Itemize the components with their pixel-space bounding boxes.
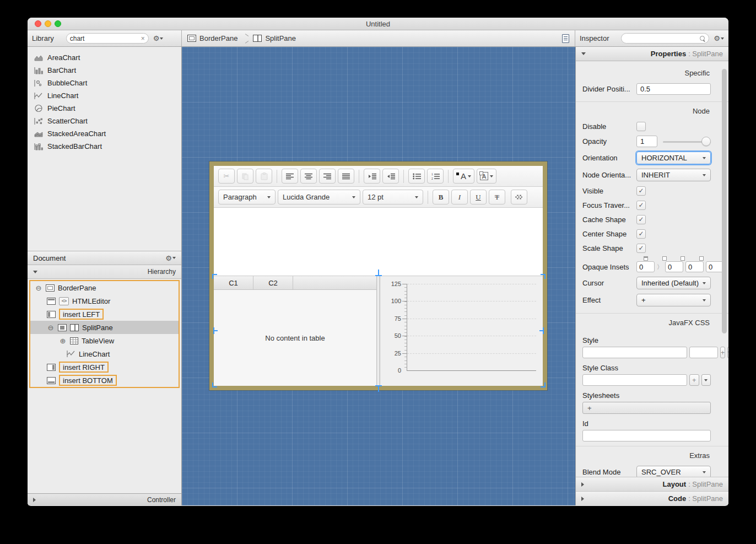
paste-button[interactable] bbox=[256, 169, 272, 184]
style-value-input[interactable] bbox=[689, 347, 718, 358]
strikethrough-button[interactable]: T bbox=[489, 190, 505, 204]
controller-bar[interactable]: Controller bbox=[28, 493, 181, 505]
style-class-add-button[interactable]: + bbox=[689, 374, 699, 386]
breadcrumb-splitpane[interactable]: SplitPane bbox=[265, 34, 296, 42]
column-header-c2[interactable]: C2 bbox=[253, 276, 293, 289]
insert-left-tag[interactable]: insert LEFT bbox=[59, 309, 104, 320]
align-left-button[interactable] bbox=[282, 169, 298, 184]
selection-handle-bottom-left[interactable] bbox=[212, 383, 217, 387]
library-item-barchart[interactable]: BarChart bbox=[28, 64, 181, 77]
divider-position-input[interactable] bbox=[636, 83, 711, 95]
inset-input-1[interactable] bbox=[665, 261, 683, 272]
properties-section-bar[interactable]: Properties : SplitPane bbox=[576, 47, 728, 61]
tree-row-insert-left[interactable]: insert LEFT bbox=[30, 308, 179, 321]
inset-input-0[interactable] bbox=[636, 261, 655, 272]
canvas-linechart[interactable]: 125 100 75 50 25 0 bbox=[380, 276, 543, 386]
library-item-bubblechart[interactable]: BubbleChart bbox=[28, 77, 181, 89]
effect-select[interactable]: + bbox=[636, 294, 711, 306]
code-section-bar[interactable]: Code : SplitPane bbox=[576, 491, 728, 505]
outdent-button[interactable] bbox=[364, 169, 380, 184]
blend-mode-select[interactable]: SRC_OVER bbox=[636, 466, 711, 477]
visible-checkbox[interactable]: ✓ bbox=[636, 186, 646, 196]
selection-handle-top-left[interactable] bbox=[212, 274, 217, 279]
underline-button[interactable]: U bbox=[470, 190, 487, 204]
indent-button[interactable] bbox=[382, 169, 399, 184]
hierarchy-bar[interactable]: Hierarchy bbox=[28, 265, 181, 279]
library-item-stackedbarchart[interactable]: StackedBarChart bbox=[28, 140, 181, 153]
bullet-list-button[interactable] bbox=[408, 169, 425, 184]
copy-button[interactable] bbox=[237, 169, 253, 184]
inspector-search[interactable] bbox=[621, 33, 709, 44]
background-color-button[interactable]: A bbox=[477, 169, 496, 184]
collapse-icon[interactable]: ⊖ bbox=[35, 284, 42, 292]
inspector-search-input[interactable] bbox=[625, 35, 698, 42]
breadcrumb-borderpane[interactable]: BorderPane bbox=[199, 34, 237, 42]
bold-button[interactable]: B bbox=[433, 190, 449, 204]
library-item-scatterchart[interactable]: ScatterChart bbox=[28, 115, 181, 127]
tree-row-htmleditor[interactable]: <> HTMLEditor bbox=[30, 294, 179, 308]
opacity-slider[interactable] bbox=[663, 137, 711, 146]
style-input[interactable] bbox=[582, 347, 687, 358]
canvas-splitpane[interactable]: C1 C2 No content in table 125 100 75 50 bbox=[214, 276, 543, 386]
text-color-button[interactable]: A bbox=[453, 169, 474, 184]
inspector-menu-button[interactable]: ⚙ bbox=[714, 34, 724, 42]
disable-checkbox[interactable] bbox=[636, 122, 646, 131]
style-class-input[interactable] bbox=[582, 374, 687, 386]
clear-search-icon[interactable]: × bbox=[141, 35, 145, 42]
library-item-areachart[interactable]: AreaChart bbox=[28, 51, 181, 64]
disclosure-triangle-icon[interactable] bbox=[581, 52, 586, 55]
font-family-select[interactable]: Lucida Grande bbox=[278, 190, 360, 204]
canvas-tableview[interactable]: C1 C2 No content in table bbox=[214, 276, 377, 386]
fxml-document-icon[interactable] bbox=[562, 34, 569, 43]
node-orientation-select[interactable]: INHERIT bbox=[636, 169, 711, 181]
horizontal-rule-button[interactable] bbox=[511, 190, 527, 204]
selection-handle-top-center[interactable] bbox=[375, 270, 382, 276]
library-search-input[interactable] bbox=[70, 35, 139, 42]
center-shape-checkbox[interactable]: ✓ bbox=[636, 229, 646, 239]
selection-handle-bottom-center[interactable] bbox=[375, 385, 382, 392]
inset-input-2[interactable] bbox=[685, 261, 704, 272]
document-section-header[interactable]: Document ⚙ bbox=[28, 251, 181, 265]
slider-thumb[interactable] bbox=[701, 137, 711, 146]
style-add-button[interactable]: + bbox=[720, 347, 725, 358]
layout-section-bar[interactable]: Layout : SplitPane bbox=[576, 477, 728, 491]
align-justify-button[interactable] bbox=[338, 169, 354, 184]
document-menu-button[interactable]: ⚙ bbox=[165, 254, 176, 262]
id-input[interactable] bbox=[582, 430, 711, 441]
tree-row-insert-right[interactable]: insert RIGHT bbox=[30, 360, 179, 374]
library-item-linechart[interactable]: LineChart bbox=[28, 89, 181, 102]
focus-traversable-checkbox[interactable]: ✓ bbox=[636, 201, 646, 210]
opacity-input[interactable] bbox=[636, 136, 657, 147]
htmleditor-content[interactable] bbox=[214, 208, 543, 276]
selection-handle-mid-right[interactable] bbox=[543, 327, 544, 334]
library-item-piechart[interactable]: PieChart bbox=[28, 102, 181, 115]
stylesheets-add-button[interactable]: + bbox=[582, 402, 711, 414]
design-canvas[interactable]: ✂ bbox=[182, 47, 575, 505]
insert-bottom-tag[interactable]: insert BOTTOM bbox=[59, 375, 117, 386]
tree-row-splitpane[interactable]: ⊖ SplitPane bbox=[30, 321, 179, 334]
style-menu-button[interactable] bbox=[727, 347, 728, 358]
tree-row-borderpane[interactable]: ⊖ BorderPane bbox=[30, 281, 179, 294]
disclosure-triangle-icon[interactable] bbox=[33, 498, 36, 502]
selection-handle-bottom-right[interactable] bbox=[541, 383, 546, 387]
scale-shape-checkbox[interactable]: ✓ bbox=[636, 244, 646, 253]
selection-handle-mid-left[interactable] bbox=[213, 327, 214, 334]
library-search[interactable]: × bbox=[66, 33, 149, 44]
tree-row-linechart[interactable]: LineChart bbox=[30, 347, 179, 360]
column-header-c1[interactable]: C1 bbox=[214, 276, 253, 289]
library-menu-button[interactable]: ⚙ bbox=[153, 34, 164, 42]
library-item-stackedareachart[interactable]: StackedAreaChart bbox=[28, 127, 181, 140]
tree-row-tableview[interactable]: ⊕ TableView bbox=[30, 334, 179, 347]
insert-right-tag[interactable]: insert RIGHT bbox=[59, 362, 109, 373]
expand-icon[interactable]: ⊕ bbox=[59, 337, 67, 345]
italic-button[interactable]: I bbox=[451, 190, 468, 204]
selection-handle-top-right[interactable] bbox=[541, 274, 546, 279]
font-size-select[interactable]: 12 pt bbox=[363, 190, 423, 204]
disclosure-triangle-icon[interactable] bbox=[581, 497, 584, 501]
cursor-select[interactable]: Inherited (Default) bbox=[636, 277, 711, 289]
disclosure-triangle-icon[interactable] bbox=[33, 271, 37, 273]
orientation-select[interactable]: HORIZONTAL bbox=[636, 152, 711, 164]
scrollbar-thumb[interactable] bbox=[722, 69, 727, 333]
collapse-icon[interactable]: ⊖ bbox=[47, 324, 55, 332]
align-center-button[interactable] bbox=[300, 169, 317, 184]
